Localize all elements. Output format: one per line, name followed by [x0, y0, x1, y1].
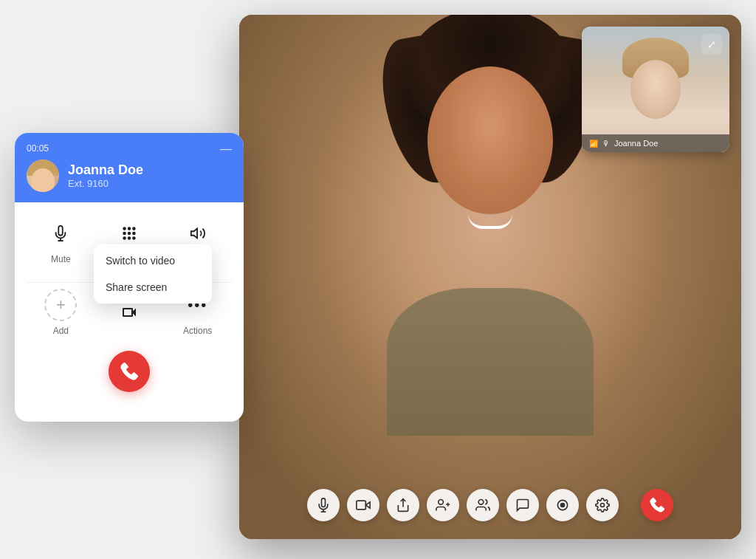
- svg-point-14: [123, 227, 126, 230]
- svg-point-5: [439, 500, 444, 505]
- video-camera-button[interactable]: [347, 489, 379, 521]
- shirt: [387, 288, 594, 436]
- thumbnail-face-oval: [630, 60, 681, 119]
- video-chat-button[interactable]: [506, 489, 539, 521]
- contact-name: Joanna Doe: [68, 162, 143, 179]
- signal-icon: 📶: [589, 140, 598, 148]
- video-mic-button[interactable]: [307, 489, 340, 521]
- minimize-button[interactable]: —: [220, 143, 232, 155]
- svg-point-16: [133, 227, 135, 230]
- svg-point-17: [123, 233, 126, 235]
- phone-widget: 00:05 — Joanna Doe Ext. 9160: [15, 133, 244, 422]
- video-switch-button[interactable]: Switch to video Share screen: [113, 296, 145, 329]
- more-actions-label: Actions: [183, 326, 212, 336]
- video-call-window: ⤢ 📶 🎙 Joanna Doe: [239, 15, 741, 539]
- mute-icon: [44, 217, 77, 250]
- svg-point-19: [133, 233, 135, 235]
- svg-marker-2: [365, 502, 370, 508]
- svg-point-21: [128, 237, 131, 239]
- avatar-face-oval: [31, 168, 55, 192]
- add-label: Add: [53, 326, 69, 336]
- expand-video-icon[interactable]: ⤢: [701, 34, 722, 55]
- smile: [468, 214, 512, 229]
- video-participants-button[interactable]: [467, 489, 499, 521]
- switch-to-video-option[interactable]: Switch to video: [94, 247, 212, 274]
- mute-label: Mute: [51, 254, 71, 264]
- share-screen-option[interactable]: Share screen: [94, 274, 212, 301]
- video-add-person-button[interactable]: [427, 489, 459, 521]
- end-call-widget-button[interactable]: [109, 351, 150, 392]
- video-share-button[interactable]: [387, 489, 419, 521]
- video-record-button[interactable]: [546, 489, 579, 521]
- svg-point-10: [561, 504, 565, 507]
- end-call-area: [27, 342, 232, 407]
- contact-avatar: [27, 160, 59, 192]
- video-end-call-button[interactable]: [641, 489, 673, 521]
- video-dropdown-menu: Switch to video Share screen: [94, 244, 212, 303]
- main-video-feed: ⤢ 📶 🎙 Joanna Doe: [239, 15, 741, 539]
- contact-details: Joanna Doe Ext. 9160: [68, 162, 143, 190]
- face: [427, 66, 553, 214]
- self-video-thumbnail: ⤢ 📶 🎙 Joanna Doe: [582, 27, 729, 152]
- video-controls-bar: [239, 489, 741, 521]
- video-person: [365, 15, 616, 436]
- add-call-icon: +: [44, 289, 77, 321]
- widget-header: 00:05 — Joanna Doe Ext. 9160: [15, 133, 244, 202]
- thumbnail-mic-icon: 🎙: [602, 140, 610, 148]
- thumbnail-contact-name: Joanna Doe: [614, 139, 658, 148]
- svg-point-18: [128, 233, 131, 235]
- svg-point-8: [478, 500, 484, 505]
- svg-point-20: [123, 237, 126, 239]
- thumbnail-name-bar: 📶 🎙 Joanna Doe: [582, 134, 729, 152]
- svg-point-11: [601, 504, 605, 507]
- widget-body: Mute Keypad: [15, 202, 244, 422]
- thumbnail-face: [622, 38, 689, 119]
- svg-point-22: [133, 237, 135, 239]
- add-call-button[interactable]: + Add: [44, 289, 77, 336]
- actions-row-2: + Add Switch to video Share screen ••• A…: [27, 289, 232, 336]
- svg-marker-23: [190, 229, 196, 239]
- contact-extension: Ext. 9160: [68, 178, 143, 189]
- avatar-face: [27, 160, 59, 192]
- svg-point-15: [128, 227, 131, 230]
- mute-button[interactable]: Mute: [44, 217, 77, 264]
- call-timer: 00:05: [27, 143, 232, 154]
- contact-info-area: Joanna Doe Ext. 9160: [27, 160, 232, 192]
- video-settings-button[interactable]: [586, 489, 619, 521]
- svg-rect-3: [357, 501, 366, 510]
